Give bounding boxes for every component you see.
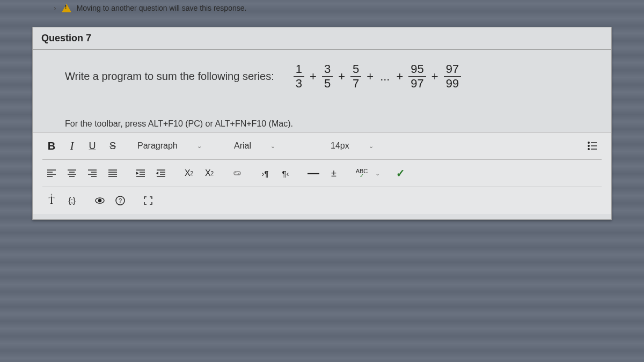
- indent-decrease-button[interactable]: [152, 164, 170, 182]
- font-size-select[interactable]: 14px⌄: [325, 136, 379, 156]
- fraction-2: 3 5: [322, 63, 333, 90]
- italic-button[interactable]: I: [63, 137, 81, 155]
- question-header: Question 7: [33, 27, 611, 50]
- align-justify-button[interactable]: [104, 164, 122, 182]
- font-family-select[interactable]: Arial⌄: [228, 136, 315, 156]
- prompt-text: Write a program to sum the following ser…: [65, 70, 274, 83]
- svg-point-31: [99, 200, 101, 202]
- chevron-down-icon: ⌄: [369, 143, 374, 150]
- svg-text:?: ?: [119, 197, 122, 204]
- rtl-button[interactable]: ¶‹: [276, 164, 295, 182]
- question-card: Question 7 Write a program to sum the fo…: [32, 27, 612, 220]
- warning-bar: › Moving to another question will save t…: [0, 0, 644, 16]
- chevron-down-icon: ⌄: [197, 143, 202, 150]
- warning-text: Moving to another question will save thi…: [77, 4, 247, 12]
- warning-triangle-icon: [62, 4, 71, 12]
- ltr-button[interactable]: ›¶: [256, 164, 274, 182]
- fraction-1: 1 3: [294, 63, 304, 90]
- underline-button[interactable]: U: [83, 137, 101, 155]
- align-right-button[interactable]: [83, 164, 101, 182]
- prev-arrow-icon: ›: [54, 4, 56, 12]
- code-button[interactable]: {;}: [63, 191, 81, 210]
- bullet-list-button[interactable]: [583, 137, 602, 155]
- svg-point-4: [588, 149, 589, 150]
- bold-button[interactable]: B: [42, 137, 61, 155]
- preview-button[interactable]: [91, 191, 109, 210]
- spellcheck-button[interactable]: ABC✓: [353, 164, 371, 182]
- editor-toolbar: B I U S Paragraph⌄ Arial⌄ 14px⌄: [33, 132, 611, 214]
- strikethrough-button[interactable]: S: [104, 137, 122, 155]
- indent-increase-button[interactable]: [131, 164, 150, 182]
- subscript-button[interactable]: X2: [200, 164, 218, 182]
- help-button[interactable]: ?: [111, 191, 129, 210]
- hr-button[interactable]: —: [304, 164, 323, 182]
- fraction-4: 95 97: [408, 63, 426, 90]
- chevron-down-icon: ⌄: [270, 143, 275, 150]
- paragraph-format-select[interactable]: Paragraph⌄: [131, 136, 218, 156]
- clear-format-button[interactable]: T↕: [42, 191, 61, 210]
- fraction-5: 97 99: [444, 63, 461, 90]
- align-center-button[interactable]: [63, 164, 81, 182]
- svg-point-2: [588, 145, 589, 146]
- link-button[interactable]: [228, 164, 246, 182]
- toolbar-hint: For the toolbar, press ALT+F10 (PC) or A…: [65, 119, 579, 129]
- fraction-3: 5 7: [350, 63, 361, 90]
- spellcheck-dropdown[interactable]: ⌄: [373, 164, 382, 182]
- question-prompt: Write a program to sum the following ser…: [65, 63, 579, 90]
- align-left-button[interactable]: [42, 164, 61, 182]
- checkmark-button[interactable]: ✓: [391, 164, 409, 182]
- fullscreen-button[interactable]: [139, 191, 157, 210]
- superscript-button[interactable]: X2: [180, 164, 198, 182]
- svg-point-0: [588, 142, 589, 143]
- plus-minus-button[interactable]: ±: [325, 164, 343, 182]
